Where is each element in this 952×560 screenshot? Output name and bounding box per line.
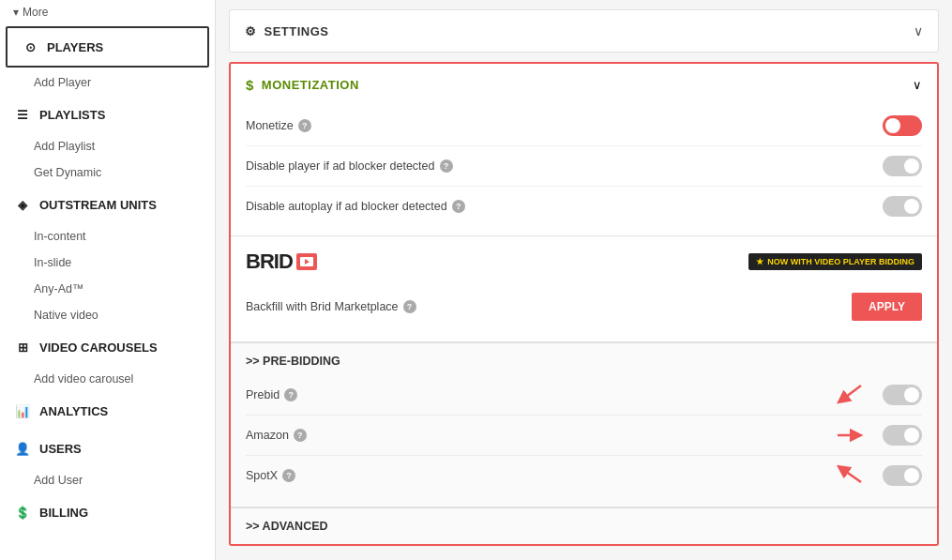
prebid-label-text: Prebid	[246, 388, 280, 401]
backfill-help-icon[interactable]: ?	[403, 300, 416, 313]
disable-adblocker-toggle[interactable]: NO	[883, 156, 922, 176]
brid-logo-icon	[296, 253, 317, 270]
advanced-section: >> ADVANCED	[231, 507, 937, 544]
amazon-row: Amazon ? NO	[246, 416, 922, 456]
disable-autoplay-off-label: NO	[907, 203, 918, 211]
monetization-title: $ MONETIZATION	[246, 77, 359, 93]
playlists-icon: ☰	[13, 105, 32, 124]
disable-adblocker-text: Disable player if ad blocker detected	[246, 159, 435, 173]
disable-adblocker-row: Disable player if ad blocker detected ? …	[246, 146, 922, 187]
in-slide-label: In-slide	[34, 256, 71, 269]
video-carousels-header[interactable]: ⊞ VIDEO CAROUSELS	[0, 328, 215, 366]
video-carousels-icon: ⊞	[13, 338, 32, 356]
brid-section: BRID ★ NOW WITH VIDEO PLAYER BIDDING Bac…	[231, 235, 937, 341]
billing-header[interactable]: 💲 BILLING	[0, 493, 215, 531]
video-carousels-label: VIDEO CAROUSELS	[39, 341, 158, 355]
advanced-title[interactable]: >> ADVANCED	[246, 520, 922, 533]
add-user-label: Add User	[34, 474, 83, 487]
prebid-track: NO	[883, 385, 922, 405]
outstream-icon: ◈	[13, 195, 32, 214]
sidebar-item-get-dynamic[interactable]: Get Dynamic	[0, 159, 215, 186]
settings-title: ⚙ SETTINGS	[245, 24, 329, 38]
prebid-off-label: NO	[907, 391, 918, 400]
prebid-toggle[interactable]: NO	[883, 385, 922, 405]
spotx-help-icon[interactable]: ?	[282, 469, 295, 482]
monetize-track: ON	[883, 115, 922, 136]
svg-line-2	[842, 386, 861, 400]
sidebar-item-add-carousel[interactable]: Add video carousel	[0, 366, 215, 392]
disable-adblocker-label: Disable player if ad blocker detected ?	[246, 159, 453, 173]
disable-autoplay-row: Disable autoplay if ad blocker detected …	[246, 187, 922, 226]
outstream-header[interactable]: ◈ OUTSTREAM UNITS	[0, 186, 215, 223]
monetize-label-text: Monetize	[246, 119, 294, 132]
chevron-down-icon: ▾	[13, 6, 19, 19]
spotx-label: SpotX ?	[246, 469, 295, 482]
amazon-toggle[interactable]: NO	[883, 425, 922, 446]
amazon-help-icon[interactable]: ?	[294, 429, 307, 442]
sidebar-item-native-video[interactable]: Native video	[0, 302, 215, 328]
brid-tv-icon	[300, 257, 313, 266]
backfill-label-text: Backfill with Brid Marketplace	[246, 300, 399, 313]
sidebar-item-any-ad[interactable]: Any-Ad™	[0, 276, 215, 302]
billing-label: BILLING	[39, 506, 88, 520]
more-link[interactable]: ▾ More	[0, 0, 215, 24]
settings-title-text: SETTINGS	[264, 24, 329, 38]
monetize-label: Monetize ?	[246, 119, 311, 132]
settings-gear-icon: ⚙	[245, 24, 257, 38]
backfill-label: Backfill with Brid Marketplace ?	[246, 300, 416, 313]
prebid-title: >> PRE-BIDDING	[246, 355, 922, 368]
sidebar-item-add-playlist[interactable]: Add Playlist	[0, 133, 215, 159]
disable-adblocker-help-icon[interactable]: ?	[440, 159, 453, 173]
settings-panel-header[interactable]: ⚙ SETTINGS ∨	[230, 10, 938, 52]
sidebar-item-add-user[interactable]: Add User	[0, 467, 215, 493]
disable-autoplay-toggle[interactable]: NO	[883, 196, 922, 217]
brid-logo: BRID	[246, 250, 317, 274]
sidebar-item-in-content[interactable]: In-content	[0, 223, 215, 250]
users-header[interactable]: 👤 USERS	[0, 430, 215, 467]
amazon-label-text: Amazon	[246, 429, 289, 442]
prebid-row: Prebid ? NO	[246, 375, 922, 416]
disable-autoplay-text: Disable autoplay if ad blocker detected	[246, 200, 447, 213]
settings-chevron-icon: ∨	[914, 23, 923, 38]
billing-icon: 💲	[13, 503, 32, 522]
disable-autoplay-help-icon[interactable]: ?	[452, 200, 465, 213]
monetize-toggle[interactable]: ON	[883, 115, 922, 136]
dollar-icon: $	[246, 77, 254, 93]
badge-text: NOW WITH VIDEO PLAYER BIDDING	[767, 257, 914, 266]
monetization-panel: $ MONETIZATION ∨ Monetize ? ON	[229, 62, 939, 546]
playlists-header[interactable]: ☰ PLAYLISTS	[0, 96, 215, 133]
any-ad-label: Any-Ad™	[34, 282, 84, 295]
players-label: PLAYERS	[47, 40, 103, 54]
add-playlist-label: Add Playlist	[34, 140, 95, 153]
native-video-label: Native video	[34, 309, 98, 322]
amazon-label: Amazon ?	[246, 429, 307, 442]
players-header[interactable]: ⊙ PLAYERS	[8, 28, 207, 66]
disable-adblocker-track: NO	[883, 156, 922, 176]
spotx-label-text: SpotX	[246, 469, 278, 482]
spotx-toggle[interactable]: NO	[883, 465, 922, 486]
brid-logo-text: BRID	[246, 250, 293, 274]
monetization-chevron-icon: ∨	[913, 78, 922, 92]
sidebar: ▾ More ⊙ PLAYERS Add Player ☰ PLAYLISTS …	[0, 0, 216, 560]
in-content-label: In-content	[34, 230, 86, 243]
star-icon: ★	[756, 257, 763, 266]
sidebar-item-add-player[interactable]: Add Player	[0, 69, 215, 96]
sidebar-item-in-slide[interactable]: In-slide	[0, 250, 215, 276]
players-section: ⊙ PLAYERS	[6, 26, 209, 68]
monetize-help-icon[interactable]: ?	[298, 119, 311, 132]
monetization-header[interactable]: $ MONETIZATION ∨	[231, 64, 937, 106]
spotx-track: NO	[883, 465, 922, 486]
prebid-title-text: >> PRE-BIDDING	[246, 355, 340, 368]
players-icon: ⊙	[21, 38, 39, 56]
settings-panel: ⚙ SETTINGS ∨	[229, 9, 939, 53]
analytics-header[interactable]: 📊 ANALYTICS	[0, 392, 215, 430]
spotx-row: SpotX ? NO	[246, 456, 922, 495]
users-label: USERS	[39, 442, 82, 456]
monetization-title-text: MONETIZATION	[262, 78, 359, 92]
disable-adblocker-off-label: NO	[907, 162, 918, 171]
apply-button[interactable]: APPLY	[852, 293, 922, 321]
amazon-off-label: NO	[907, 431, 918, 440]
main-content: ⚙ SETTINGS ∨ $ MONETIZATION ∨ Monetize ?	[216, 0, 952, 560]
prebid-help-icon[interactable]: ?	[284, 388, 297, 401]
brid-header: BRID ★ NOW WITH VIDEO PLAYER BIDDING	[246, 250, 922, 274]
